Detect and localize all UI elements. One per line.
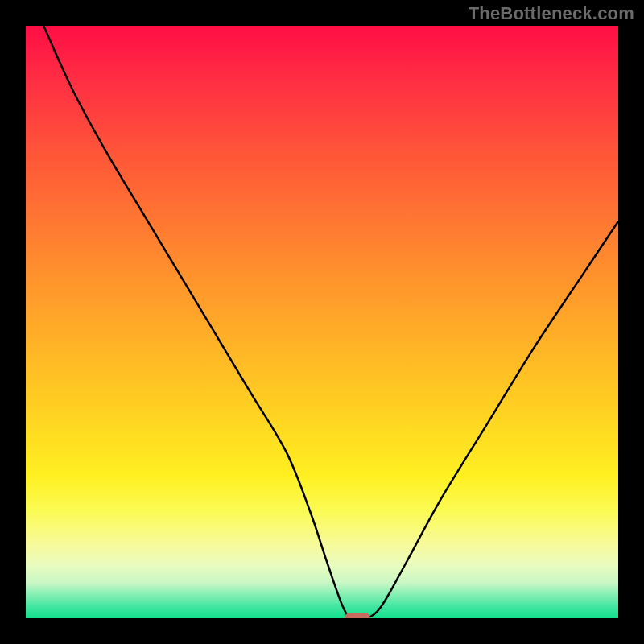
optimum-marker (345, 613, 370, 618)
bottleneck-curve (26, 26, 618, 618)
chart-frame: TheBottleneck.com (0, 0, 644, 644)
curve-path (43, 26, 618, 618)
watermark-text: TheBottleneck.com (469, 3, 634, 24)
plot-area (26, 26, 618, 618)
